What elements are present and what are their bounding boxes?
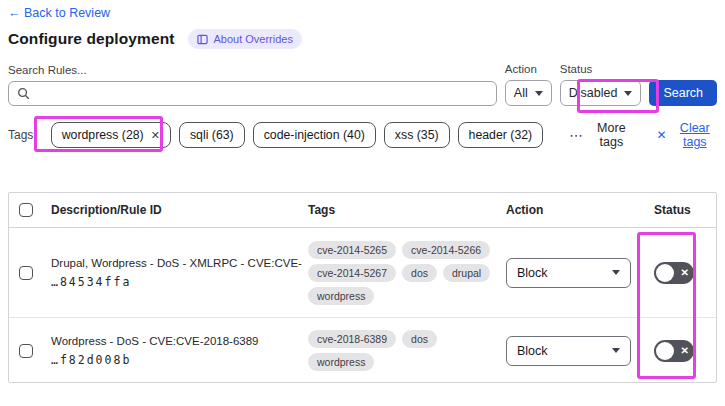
rule-tag: cve-2014-5265 xyxy=(308,241,396,259)
row-checkbox[interactable] xyxy=(19,344,33,358)
search-input[interactable] xyxy=(30,82,496,105)
ellipsis-icon: ⋯ xyxy=(569,127,584,143)
rule-description-cell: Drupal, Wordpress - DoS - XMLRPC - CVE:C… xyxy=(43,257,308,289)
remove-icon[interactable]: ✕ xyxy=(151,129,160,142)
rule-tag: dos xyxy=(402,264,437,282)
close-icon: ✕ xyxy=(657,128,667,142)
select-all-checkbox[interactable] xyxy=(19,203,33,217)
rule-status-cell: ✕ xyxy=(646,340,716,362)
rule-tag: drupal xyxy=(443,264,490,282)
status-dropdown[interactable]: Disabled xyxy=(560,80,642,106)
about-overrides-badge[interactable]: About Overrides xyxy=(188,29,301,49)
toggle-off-icon: ✕ xyxy=(681,267,689,278)
table-row: Wordpress - DoS - CVE:CVE-2018-6389 …f82… xyxy=(9,318,716,383)
rule-action-cell: Block xyxy=(506,258,646,288)
tag-chip-header[interactable]: header (32) xyxy=(458,122,544,148)
rule-description-cell: Wordpress - DoS - CVE:CVE-2018-6389 …f82… xyxy=(43,335,308,367)
about-overrides-label: About Overrides xyxy=(213,33,292,45)
clear-tags-link[interactable]: ✕ Clear tags xyxy=(657,121,717,149)
rule-id: …f82d008b xyxy=(51,353,302,367)
rule-tag: wordpress xyxy=(308,353,374,371)
table-row: Drupal, Wordpress - DoS - XMLRPC - CVE:C… xyxy=(9,228,716,318)
rule-tag: cve-2014-5266 xyxy=(402,241,490,259)
tag-chip-sqli[interactable]: sqli (63) xyxy=(179,122,245,148)
action-select-value: Block xyxy=(517,344,548,358)
rule-description: Drupal, Wordpress - DoS - XMLRPC - CVE:C… xyxy=(51,257,302,269)
rule-status-cell: ✕ xyxy=(646,262,716,284)
search-icon xyxy=(17,87,30,100)
tags-label: Tags: xyxy=(8,128,37,142)
search-button[interactable]: Search xyxy=(649,80,717,106)
more-tags-button[interactable]: ⋯ More tags xyxy=(569,121,632,149)
chevron-down-icon xyxy=(535,91,543,96)
more-tags-label: More tags xyxy=(590,121,632,149)
action-select-value: Block xyxy=(517,266,548,280)
rule-tag: cve-2014-5267 xyxy=(308,264,396,282)
toggle-off-icon: ✕ xyxy=(681,345,689,356)
rule-action-cell: Block xyxy=(506,336,646,366)
toggle-knob xyxy=(656,342,674,360)
tag-chip-wordpress[interactable]: wordpress (28) ✕ xyxy=(51,122,171,148)
column-header-tags: Tags xyxy=(308,203,506,217)
rule-tag: dos xyxy=(402,330,437,348)
rule-id: …84534ffa xyxy=(51,275,302,289)
tag-chip-code-injection[interactable]: code-injection (40) xyxy=(253,122,376,148)
rules-table: Description/Rule ID Tags Action Status D… xyxy=(8,192,717,383)
tags-filter-row: Tags: wordpress (28) ✕ sqli (63) code-in… xyxy=(8,121,717,149)
book-icon xyxy=(197,34,208,45)
rule-tags-cell: cve-2014-5265 cve-2014-5266 cve-2014-526… xyxy=(308,241,506,305)
rule-description: Wordpress - DoS - CVE:CVE-2018-6389 xyxy=(51,335,302,347)
rule-tag: cve-2018-6389 xyxy=(308,330,396,348)
action-select[interactable]: Block xyxy=(506,258,631,288)
status-label: Status xyxy=(560,63,642,75)
tag-chip-label: code-injection (40) xyxy=(264,128,365,142)
search-rules-label: Search Rules... xyxy=(8,64,497,76)
tag-chip-label: wordpress (28) xyxy=(62,128,144,142)
tag-chip-label: sqli (63) xyxy=(190,128,234,142)
status-dropdown-value: Disabled xyxy=(569,86,618,100)
column-header-status: Status xyxy=(646,203,716,217)
chevron-down-icon xyxy=(612,270,620,275)
configure-deployment-page: ← Back to Review Configure deployment Ab… xyxy=(0,0,725,406)
filter-row: Search Rules... Action All Status Disabl… xyxy=(8,63,717,106)
chevron-down-icon xyxy=(612,348,620,353)
row-checkbox[interactable] xyxy=(19,266,33,280)
status-toggle[interactable]: ✕ xyxy=(654,262,694,284)
status-field-group: Status Disabled xyxy=(560,63,642,106)
title-row: Configure deployment About Overrides xyxy=(8,29,302,49)
toggle-knob xyxy=(656,264,674,282)
column-header-action: Action xyxy=(506,203,646,217)
rule-tag: wordpress xyxy=(308,287,374,305)
tag-chip-label: xss (35) xyxy=(395,128,439,142)
table-header-row: Description/Rule ID Tags Action Status xyxy=(9,193,716,228)
action-dropdown[interactable]: All xyxy=(505,80,552,106)
search-box[interactable] xyxy=(8,81,497,106)
action-dropdown-value: All xyxy=(514,86,528,100)
clear-tags-label: Clear tags xyxy=(673,121,717,149)
back-to-review-link[interactable]: ← Back to Review xyxy=(8,6,110,20)
rule-tags-cell: cve-2018-6389 dos wordpress xyxy=(308,330,506,371)
chevron-down-icon xyxy=(624,91,632,96)
tag-chip-label: header (32) xyxy=(469,128,533,142)
action-label: Action xyxy=(505,63,552,75)
action-field-group: Action All xyxy=(505,63,552,106)
page-title: Configure deployment xyxy=(8,30,174,48)
column-header-description: Description/Rule ID xyxy=(43,203,308,217)
tag-chip-xss[interactable]: xss (35) xyxy=(384,122,450,148)
status-toggle[interactable]: ✕ xyxy=(654,340,694,362)
action-select[interactable]: Block xyxy=(506,336,631,366)
search-field-group: Search Rules... xyxy=(8,64,497,106)
